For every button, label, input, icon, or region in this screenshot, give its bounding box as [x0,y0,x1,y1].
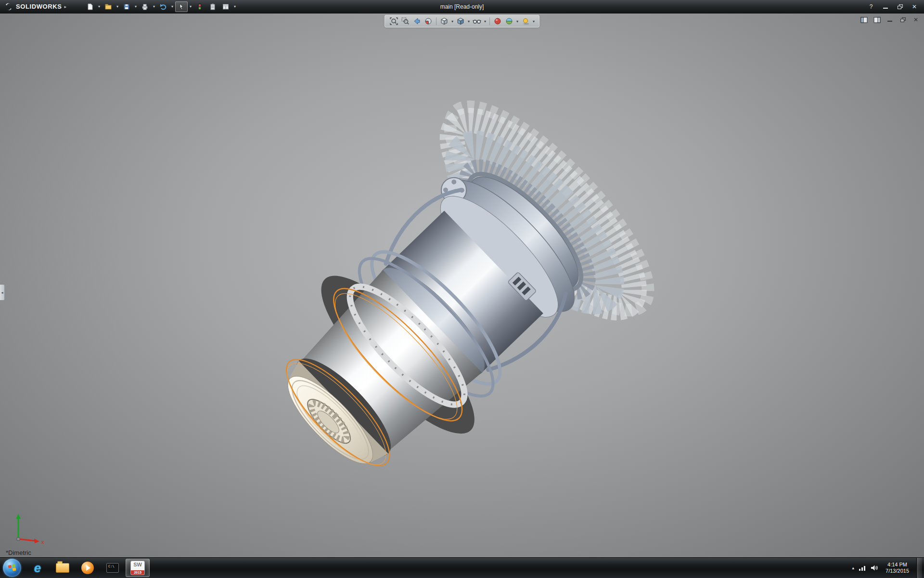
open-folder-icon [104,3,112,11]
view-orientation-icon [440,17,448,25]
print-button[interactable] [139,1,151,12]
clock-date: 7/13/2015 [886,568,909,574]
hide-show-items-dropdown[interactable]: ▾ [483,19,487,24]
featuremanager-pane-icon [860,17,868,23]
zoom-to-fit-button[interactable] [388,16,399,26]
window-controls: ? ✕ [866,2,924,11]
taskbar-app-internet-explorer[interactable]: e [26,559,50,577]
hud-separator [489,17,490,25]
print-icon [141,3,149,11]
brand-name: SOLIDWORKS [16,3,62,10]
title-bar: SOLIDWORKS ▸ ▾ ▾ ▾ [0,0,924,13]
previous-view-icon [413,17,421,25]
brand-menu-arrow[interactable]: ▸ [64,4,67,9]
solidworks-logo[interactable]: SOLIDWORKS ▸ [0,2,71,12]
open-dropdown[interactable]: ▾ [115,4,120,9]
save-dropdown[interactable]: ▾ [133,4,138,9]
document-minimize-button[interactable] [886,16,894,24]
help-button[interactable]: ? [866,2,876,11]
print-dropdown[interactable]: ▾ [152,4,156,9]
view-settings-icon [522,17,530,25]
clock-time: 4:14 PM [886,562,909,568]
solidworks-mark: SW [133,562,142,567]
taskbar-app-media-player[interactable] [76,559,100,577]
apply-scene-icon [505,17,513,25]
select-cursor-icon [178,3,185,11]
standard-toolbar: ▾ ▾ ▾ ▾ [84,1,237,12]
edit-appearance-icon [494,17,501,25]
network-icon[interactable] [859,565,866,571]
triad-x-label: x [41,539,44,545]
new-document-button[interactable] [84,1,96,12]
view-settings-button[interactable] [520,16,531,26]
restore-button[interactable] [895,2,905,11]
section-view-button[interactable] [423,16,434,26]
rebuild-traffic-light-icon [196,3,204,11]
minimize-icon [887,18,892,22]
undo-button[interactable] [157,1,169,12]
document-close-button[interactable]: ✕ [911,16,920,24]
close-button[interactable]: ✕ [910,2,919,11]
restore-icon [900,17,906,22]
minimize-icon [883,5,888,9]
save-floppy-icon [123,3,130,11]
show-desktop-button[interactable] [916,558,922,578]
taskbar-clock[interactable]: 4:14 PM 7/13/2015 [886,562,909,574]
previous-view-button[interactable] [411,16,422,26]
solidworks-app-icon: SW 2015 [130,561,145,575]
file-properties-button[interactable] [206,1,219,12]
taskbar-app-command-prompt[interactable]: C:\ [101,559,125,577]
display-style-icon [457,17,464,25]
options-dropdown[interactable]: ▾ [232,4,237,9]
select-button[interactable] [175,1,188,12]
hide-show-items-button[interactable] [472,16,482,26]
edit-appearance-button[interactable] [492,16,503,26]
toggle-featuremanager-button[interactable] [860,16,868,24]
system-tray: ▴ 4:14 PM 7/13/2015 [852,558,924,578]
select-dropdown[interactable]: ▾ [188,4,193,9]
taskbar-app-solidworks[interactable]: SW 2015 [126,559,150,577]
options-icon [222,3,230,11]
zoom-to-fit-icon [390,17,398,25]
options-button[interactable] [219,1,232,12]
zoom-to-area-button[interactable] [400,16,411,26]
media-player-icon [81,562,94,574]
heads-up-view-toolbar: ▾ ▾ ▾ [385,15,539,27]
display-pane-icon [873,17,881,23]
internet-explorer-icon: e [34,561,41,576]
view-settings-dropdown[interactable]: ▾ [532,19,536,24]
folder-icon [56,563,69,573]
taskbar: e C:\ SW 2015 ▴ 4:14 PM 7/13/2015 [0,557,924,578]
solidworks-year-badge: 2015 [131,570,144,575]
orientation-triad: x [8,509,46,548]
toggle-display-pane-button[interactable] [873,16,881,24]
undo-icon [159,3,167,11]
apply-scene-button[interactable] [504,16,514,26]
command-prompt-icon: C:\ [106,563,119,573]
panel-collapse-tab[interactable]: ◂ [0,284,5,301]
display-style-button[interactable] [455,16,466,26]
engine-model[interactable] [226,71,732,534]
new-document-dropdown[interactable]: ▾ [97,4,102,9]
file-properties-icon [209,3,217,11]
document-restore-button[interactable] [898,16,907,24]
display-style-dropdown[interactable]: ▾ [467,19,471,24]
zoom-to-area-icon [401,17,410,25]
graphics-area[interactable]: ▾ ▾ ▾ [0,13,924,557]
open-button[interactable] [102,1,115,12]
restore-icon [898,4,903,9]
view-orientation-dropdown[interactable]: ▾ [450,19,454,24]
show-hidden-icons-button[interactable]: ▴ [852,565,855,570]
volume-icon[interactable] [871,565,878,571]
section-view-icon [424,17,432,25]
start-button[interactable] [3,559,21,577]
undo-dropdown[interactable]: ▾ [170,4,175,9]
document-window-controls: ✕ [860,16,920,24]
taskbar-app-file-explorer[interactable] [51,559,75,577]
hide-show-items-icon [473,17,481,25]
apply-scene-dropdown[interactable]: ▾ [515,19,519,24]
save-button[interactable] [120,1,133,12]
minimize-button[interactable] [881,2,890,11]
rebuild-button[interactable] [193,1,206,12]
view-orientation-button[interactable] [439,16,449,26]
